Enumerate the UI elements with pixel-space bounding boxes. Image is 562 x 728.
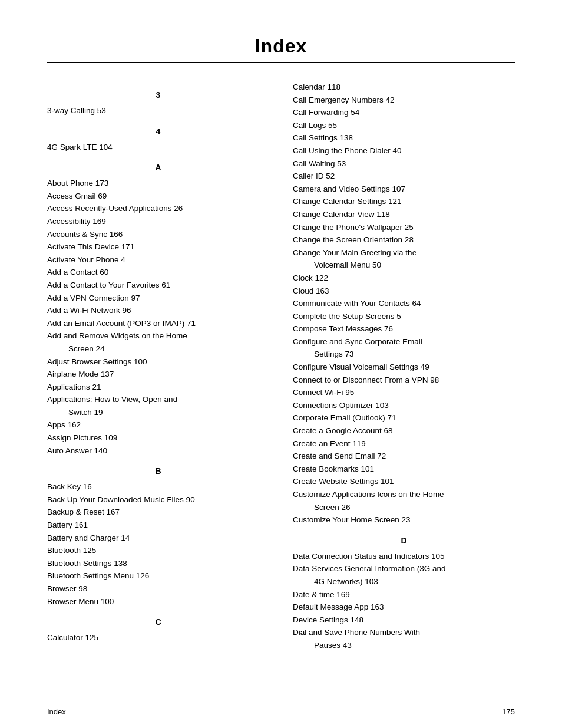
right-column: Calendar 118Call Emergency Numbers 42Cal… (293, 81, 515, 652)
index-entry: Dial and Save Phone Numbers With (293, 626, 515, 639)
index-entry: Voicemail Menu 50 (293, 259, 515, 272)
index-entry: Add a Contact to Your Favorites 61 (47, 279, 269, 292)
index-entry: Connect Wi-Fi 95 (293, 386, 515, 399)
index-entry: 4G Networks) 103 (293, 575, 515, 588)
footer-left: Index (47, 707, 66, 716)
section-header: B (47, 466, 269, 476)
section-header: 4 (47, 127, 269, 136)
index-entry: Auto Answer 140 (47, 444, 269, 457)
index-entry: Caller ID 52 (293, 170, 515, 183)
index-entry: Customize Your Home Screen 23 (293, 513, 515, 526)
index-entry: Create a Google Account 68 (293, 424, 515, 437)
page-title: Index (47, 35, 515, 57)
index-entry: Browser 98 (47, 582, 269, 595)
index-entry: Call Logs 55 (293, 119, 515, 132)
index-entry: Camera and Video Settings 107 (293, 183, 515, 196)
index-entry: Call Using the Phone Dialer 40 (293, 144, 515, 157)
index-entry: Create Website Settings 101 (293, 475, 515, 488)
index-entry: Call Settings 138 (293, 131, 515, 144)
section-header: C (47, 617, 269, 627)
index-entry: Adjust Browser Settings 100 (47, 355, 269, 368)
index-entry: Activate This Device 171 (47, 241, 269, 253)
index-entry: Add a Wi-Fi Network 96 (47, 304, 269, 317)
index-entry: Switch 19 (47, 406, 269, 419)
index-entry: Cloud 163 (293, 285, 515, 298)
index-entry: Bluetooth Settings 138 (47, 557, 269, 570)
index-entry: Battery 161 (47, 519, 269, 532)
index-entry: Airplane Mode 137 (47, 368, 269, 381)
index-entry: Accounts & Sync 166 (47, 228, 269, 241)
index-entry: Change Calendar View 118 (293, 208, 515, 221)
index-entry: Access Gmail 69 (47, 190, 269, 203)
index-entry: 4G Spark LTE 104 (47, 141, 269, 154)
index-entry: Accessibility 169 (47, 215, 269, 228)
section-header: 3 (47, 90, 269, 100)
index-entry: Corporate Email (Outlook) 71 (293, 411, 515, 424)
index-content: 33-way Calling 5344G Spark LTE 104AAbout… (47, 81, 515, 652)
index-entry: Clock 122 (293, 272, 515, 285)
index-entry: Customize Applications Icons on the Home (293, 488, 515, 501)
index-entry: Add a Contact 60 (47, 266, 269, 279)
index-entry: Applications: How to View, Open and (47, 393, 269, 406)
index-entry: Change the Screen Orientation 28 (293, 233, 515, 246)
index-entry: Configure Visual Voicemail Settings 49 (293, 361, 515, 374)
index-entry: Call Waiting 53 (293, 157, 515, 170)
index-entry: Connect to or Disconnect From a VPN 98 (293, 374, 515, 387)
index-entry: Pauses 43 (293, 639, 515, 652)
index-entry: 3-way Calling 53 (47, 104, 269, 117)
index-entry: Call Forwarding 54 (293, 106, 515, 119)
index-entry: Backup & Reset 167 (47, 506, 269, 519)
index-entry: Browser Menu 100 (47, 595, 269, 608)
index-entry: Connections Optimizer 103 (293, 399, 515, 412)
index-entry: Data Services General Information (3G an… (293, 562, 515, 575)
index-entry: Device Settings 148 (293, 614, 515, 627)
index-entry: Calendar 118 (293, 81, 515, 94)
section-header: D (293, 536, 515, 545)
index-entry: Back Key 16 (47, 480, 269, 493)
footer-right: 175 (502, 707, 515, 716)
index-entry: Applications 21 (47, 381, 269, 394)
index-entry: Configure and Sync Corporate Email (293, 335, 515, 348)
index-entry: Default Message App 163 (293, 601, 515, 614)
index-entry: Compose Text Messages 76 (293, 322, 515, 335)
index-entry: Assign Pictures 109 (47, 431, 269, 444)
index-entry: Complete the Setup Screens 5 (293, 310, 515, 323)
index-entry: Create Bookmarks 101 (293, 463, 515, 476)
section-header: A (47, 163, 269, 172)
index-entry: Communicate with Your Contacts 64 (293, 297, 515, 310)
title-divider (47, 62, 515, 63)
index-entry: Settings 73 (293, 348, 515, 361)
index-entry: Date & time 169 (293, 588, 515, 601)
index-entry: Add a VPN Connection 97 (47, 292, 269, 305)
index-entry: Data Connection Status and Indicators 10… (293, 550, 515, 563)
index-entry: Activate Your Phone 4 (47, 253, 269, 266)
index-entry: Add an Email Account (POP3 or IMAP) 71 (47, 317, 269, 330)
index-entry: Call Emergency Numbers 42 (293, 94, 515, 107)
index-entry: Change the Phone's Wallpaper 25 (293, 221, 515, 234)
index-entry: Change Your Main Greeting via the (293, 246, 515, 259)
index-entry: Battery and Charger 14 (47, 532, 269, 545)
left-column: 33-way Calling 5344G Spark LTE 104AAbout… (47, 81, 269, 652)
index-entry: Create and Send Email 72 (293, 450, 515, 463)
index-entry: About Phone 173 (47, 177, 269, 190)
index-entry: Access Recently-Used Applications 26 (47, 202, 269, 215)
index-entry: Add and Remove Widgets on the Home (47, 330, 269, 342)
index-entry: Apps 162 (47, 419, 269, 431)
index-entry: Create an Event 119 (293, 437, 515, 450)
index-entry: Screen 24 (47, 342, 269, 355)
page-footer: Index 175 (47, 707, 515, 716)
page: Index 33-way Calling 5344G Spark LTE 104… (0, 0, 562, 728)
index-entry: Bluetooth Settings Menu 126 (47, 569, 269, 582)
index-entry: Calculator 125 (47, 631, 269, 644)
index-entry: Bluetooth 125 (47, 544, 269, 557)
index-entry: Change Calendar Settings 121 (293, 195, 515, 208)
index-entry: Back Up Your Downloaded Music Files 90 (47, 493, 269, 506)
index-entry: Screen 26 (293, 501, 515, 514)
